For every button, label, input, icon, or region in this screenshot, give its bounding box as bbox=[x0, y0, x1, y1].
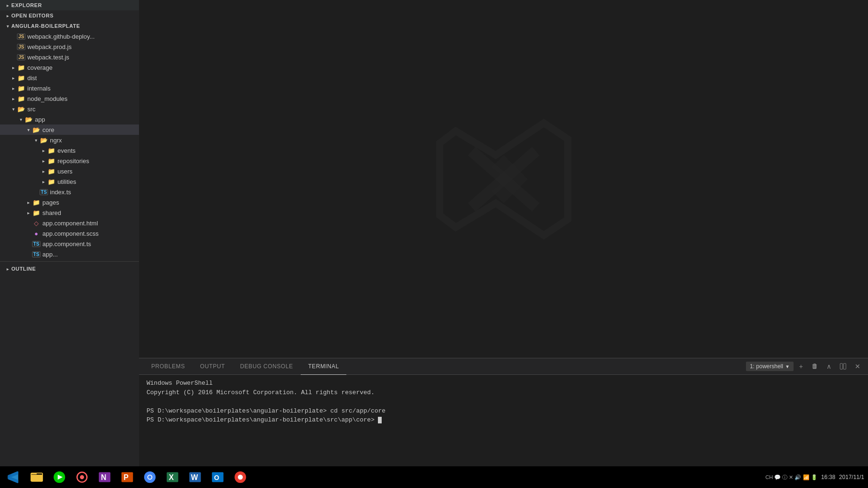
delete-terminal-button[interactable] bbox=[809, 362, 821, 371]
ts-file-icon: TS bbox=[32, 241, 41, 247]
open-editors-arrow: ▸ bbox=[4, 13, 11, 18]
taskbar-outlook[interactable]: O bbox=[207, 467, 228, 488]
file-webpack-prod[interactable]: JS webpack.prod.js bbox=[0, 41, 139, 52]
svg-text:N: N bbox=[101, 473, 106, 481]
scss-file-icon: ● bbox=[32, 230, 41, 237]
html-file-icon: ◇ bbox=[32, 220, 41, 227]
folder-label: coverage bbox=[27, 64, 52, 71]
terminal-line-4: PS D:\workspace\boilerplates\angular-boi… bbox=[147, 406, 860, 416]
folder-icon: 📁 bbox=[17, 64, 25, 71]
taskbar-right: CH 💬 ⓘ ✕ 🔊 📶 🔋 16:38 2017/11/1 bbox=[765, 474, 864, 481]
taskbar-settings[interactable] bbox=[72, 467, 92, 488]
folder-pages-arrow bbox=[25, 200, 32, 205]
folder-shared[interactable]: 📁 shared bbox=[0, 207, 139, 218]
terminal-line-3 bbox=[147, 397, 860, 406]
vscode-taskbar-icon bbox=[8, 471, 21, 484]
taskbar-vscode[interactable] bbox=[4, 467, 25, 488]
explorer-arrow: ▸ bbox=[4, 3, 11, 8]
folder-repositories[interactable]: 📁 repositories bbox=[0, 156, 139, 166]
folder-repositories-arrow bbox=[40, 158, 47, 164]
svg-rect-7 bbox=[31, 475, 43, 481]
tab-debug-console[interactable]: DEBUG CONSOLE bbox=[232, 358, 301, 375]
folder-label: pages bbox=[42, 199, 59, 206]
folder-app[interactable]: 📂 app bbox=[0, 114, 139, 124]
svg-point-18 bbox=[148, 476, 152, 479]
shell-selector[interactable]: 1: powershell ▼ bbox=[746, 362, 794, 371]
folder-dist-arrow bbox=[9, 75, 17, 81]
folder-events[interactable]: 📁 events bbox=[0, 145, 139, 156]
svg-rect-3 bbox=[840, 364, 843, 369]
file-index-ts[interactable]: TS index.ts bbox=[0, 187, 139, 197]
folder-ngrx[interactable]: 📂 ngrx bbox=[0, 135, 139, 145]
shell-selector-label: 1: powershell bbox=[750, 363, 783, 370]
tab-terminal[interactable]: TERMINAL bbox=[301, 358, 346, 375]
file-webpack-deploy[interactable]: JS webpack.github-deploy... bbox=[0, 31, 139, 41]
word-icon: W bbox=[188, 471, 202, 484]
project-name: ANGULAR-BOILERPLATE bbox=[11, 23, 80, 29]
file-webpack-test[interactable]: JS webpack.test.js bbox=[0, 52, 139, 62]
folder-open-icon: 📂 bbox=[40, 137, 48, 144]
vscode-logo bbox=[424, 99, 584, 259]
folder-label: dist bbox=[27, 74, 37, 82]
editor-area bbox=[139, 0, 868, 358]
close-panel-button[interactable]: ✕ bbox=[852, 362, 863, 371]
folder-users[interactable]: 📁 users bbox=[0, 166, 139, 176]
folder-internals[interactable]: 📁 internals bbox=[0, 83, 139, 93]
taskbar-excel[interactable]: X bbox=[162, 467, 183, 488]
folder-pages[interactable]: 📁 pages bbox=[0, 197, 139, 207]
folder-icon: 📁 bbox=[47, 178, 56, 185]
taskbar-powerpoint[interactable]: P bbox=[117, 467, 138, 488]
svg-point-26 bbox=[238, 475, 243, 480]
taskbar-explorer[interactable] bbox=[26, 467, 47, 488]
tab-problems[interactable]: PROBLEMS bbox=[144, 358, 193, 375]
taskbar-chrome[interactable] bbox=[139, 467, 160, 488]
project-arrow bbox=[4, 24, 11, 29]
folder-label: users bbox=[57, 168, 73, 175]
project-root[interactable]: ANGULAR-BOILERPLATE bbox=[0, 21, 139, 31]
open-editors-section[interactable]: ▸ OPEN EDITORS bbox=[0, 10, 139, 21]
file-app-component-ts[interactable]: TS app.component.ts bbox=[0, 239, 139, 249]
file-label: webpack.prod.js bbox=[27, 43, 72, 50]
open-editors-title: OPEN EDITORS bbox=[11, 13, 54, 18]
folder-utilities[interactable]: 📁 utilities bbox=[0, 176, 139, 187]
file-app-component-scss[interactable]: ● app.component.scss bbox=[0, 228, 139, 239]
add-terminal-button[interactable]: + bbox=[796, 362, 806, 371]
folder-src[interactable]: 📂 src bbox=[0, 104, 139, 114]
taskbar-onenote[interactable]: N bbox=[94, 467, 115, 488]
folder-label: src bbox=[27, 106, 35, 113]
chevron-down-icon: ▼ bbox=[785, 364, 790, 369]
file-label: index.ts bbox=[50, 189, 71, 196]
file-label: app.component.ts bbox=[42, 240, 91, 248]
folder-coverage[interactable]: 📁 coverage bbox=[0, 62, 139, 73]
folder-src-arrow bbox=[9, 107, 17, 112]
js-file-icon: JS bbox=[17, 44, 25, 50]
folder-label: node_modules bbox=[27, 95, 67, 102]
sidebar-explorer-header[interactable]: ▸ EXPLORER bbox=[0, 0, 139, 10]
split-terminal-button[interactable] bbox=[837, 362, 849, 371]
ts-file-icon: TS bbox=[40, 189, 48, 195]
onenote-icon: N bbox=[98, 471, 111, 484]
svg-rect-4 bbox=[843, 364, 846, 369]
svg-text:O: O bbox=[214, 474, 219, 481]
outline-section[interactable]: OUTLINE bbox=[0, 264, 139, 274]
folder-core[interactable]: 📂 core bbox=[0, 124, 139, 135]
taskbar-media[interactable] bbox=[49, 467, 70, 488]
file-app-ts-more[interactable]: TS app... bbox=[0, 249, 139, 259]
folder-node-modules[interactable]: 📁 node_modules bbox=[0, 93, 139, 104]
folder-events-arrow bbox=[40, 148, 47, 153]
folder-icon: 📁 bbox=[17, 95, 25, 102]
excel-icon: X bbox=[166, 471, 179, 484]
terminal-controls: 1: powershell ▼ + ∧ bbox=[746, 362, 863, 371]
tab-output[interactable]: OUTPUT bbox=[193, 358, 233, 375]
taskbar-word[interactable]: W bbox=[185, 467, 205, 488]
terminal-body[interactable]: Windows PowerShell Copyright (C) 2016 Mi… bbox=[139, 375, 868, 466]
folder-dist[interactable]: 📁 dist bbox=[0, 73, 139, 83]
folder-label: utilities bbox=[57, 178, 76, 185]
folder-shared-arrow bbox=[25, 210, 32, 215]
taskbar-camtasia[interactable] bbox=[230, 467, 251, 488]
folder-utilities-arrow bbox=[40, 179, 47, 184]
folder-label: ngrx bbox=[50, 137, 62, 144]
file-app-component-html[interactable]: ◇ app.component.html bbox=[0, 218, 139, 228]
folder-label: app bbox=[35, 116, 45, 123]
maximize-panel-button[interactable]: ∧ bbox=[824, 362, 834, 371]
